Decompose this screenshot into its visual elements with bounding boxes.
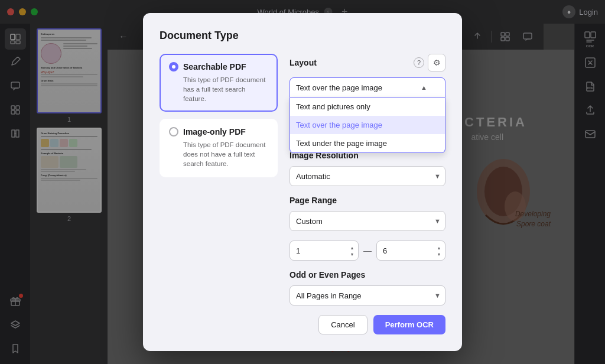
radio-searchable-pdf[interactable]: Searchable PDF This type of PDF document… xyxy=(160,54,278,112)
searchable-pdf-desc: This type of PDF document has a full tex… xyxy=(169,75,268,103)
odd-even-select-wrapper: All Pages in RangeOdd Pages OnlyEven Pag… xyxy=(290,285,445,306)
layout-section-header: Layout ? ⚙ xyxy=(290,54,445,72)
page-range-select[interactable]: All PagesCurrent PageCustom xyxy=(290,211,445,231)
dialog-right: Layout ? ⚙ Text over the page image ▲ Te… xyxy=(290,54,445,334)
page-range-from-down[interactable]: ▼ xyxy=(348,251,356,257)
perform-ocr-button[interactable]: Perform OCR xyxy=(373,315,445,334)
odd-even-header: Odd or Even Pages xyxy=(290,270,445,280)
dialog-buttons: Cancel Perform OCR xyxy=(290,315,445,334)
dropdown-up-arrow-icon: ▲ xyxy=(421,84,427,91)
radio-image-only-pdf[interactable]: Image-only PDF This type of PDF document… xyxy=(160,119,278,177)
image-only-pdf-label: Image-only PDF xyxy=(169,127,268,136)
layout-help-icon[interactable]: ? xyxy=(414,57,424,68)
page-range-select-wrapper: All PagesCurrent PageCustom ▼ xyxy=(290,211,445,231)
layout-dropdown-field[interactable]: Text over the page image ▲ xyxy=(290,77,445,98)
page-range-to-wrapper: ▲ ▼ xyxy=(376,240,445,261)
image-only-pdf-desc: This type of PDF document does not have … xyxy=(169,140,268,168)
layout-dropdown-value: Text over the page image xyxy=(296,83,382,92)
image-resolution-section: Image Resolution Automatic72 DPI96 DPI15… xyxy=(290,151,445,186)
dropdown-item-text-over[interactable]: Text over the page image xyxy=(290,116,445,134)
page-range-inputs: ▲ ▼ — ▲ ▼ xyxy=(290,240,445,261)
page-range-header: Page Range xyxy=(290,196,445,205)
radio-dot-searchable xyxy=(169,62,178,72)
odd-even-section: Odd or Even Pages All Pages in RangeOdd … xyxy=(290,270,445,306)
dialog: Document Type Searchable PDF This type o… xyxy=(143,13,462,351)
layout-dropdown-list: Text and pictures only Text over the pag… xyxy=(290,98,445,153)
cancel-button[interactable]: Cancel xyxy=(318,315,367,334)
searchable-pdf-text: Searchable PDF xyxy=(183,62,246,72)
dialog-left: Searchable PDF This type of PDF document… xyxy=(160,54,278,334)
page-range-to-down[interactable]: ▼ xyxy=(435,251,443,257)
range-dash: — xyxy=(363,246,372,255)
layout-title: Layout xyxy=(290,58,317,67)
page-range-to-spinners: ▲ ▼ xyxy=(435,245,443,257)
image-only-pdf-text: Image-only PDF xyxy=(183,127,246,136)
dialog-title: Document Type xyxy=(160,30,445,42)
radio-dot-image-only xyxy=(169,127,178,136)
odd-even-title: Odd or Even Pages xyxy=(290,270,365,280)
dropdown-item-text-under[interactable]: Text under the page image xyxy=(290,134,445,152)
searchable-pdf-label: Searchable PDF xyxy=(169,62,268,72)
page-range-to-up[interactable]: ▲ xyxy=(435,245,443,251)
dropdown-item-text-pictures[interactable]: Text and pictures only xyxy=(290,98,445,116)
layout-dropdown[interactable]: Text over the page image ▲ Text and pict… xyxy=(290,77,445,98)
image-resolution-select-wrapper: Automatic72 DPI96 DPI150 DPI300 DPI ▼ xyxy=(290,166,445,186)
odd-even-select[interactable]: All Pages in RangeOdd Pages OnlyEven Pag… xyxy=(290,285,445,306)
page-range-from-spinners: ▲ ▼ xyxy=(348,245,356,257)
page-range-section: Page Range All PagesCurrent PageCustom ▼… xyxy=(290,196,445,261)
page-range-from-wrapper: ▲ ▼ xyxy=(290,240,359,261)
page-range-title: Page Range xyxy=(290,196,337,205)
dialog-overlay[interactable]: Document Type Searchable PDF This type o… xyxy=(0,0,605,364)
layout-gear-button[interactable]: ⚙ xyxy=(428,54,445,72)
dialog-cols: Searchable PDF This type of PDF document… xyxy=(160,54,445,334)
image-resolution-select[interactable]: Automatic72 DPI96 DPI150 DPI300 DPI xyxy=(290,166,445,186)
page-range-from-up[interactable]: ▲ xyxy=(348,245,356,251)
